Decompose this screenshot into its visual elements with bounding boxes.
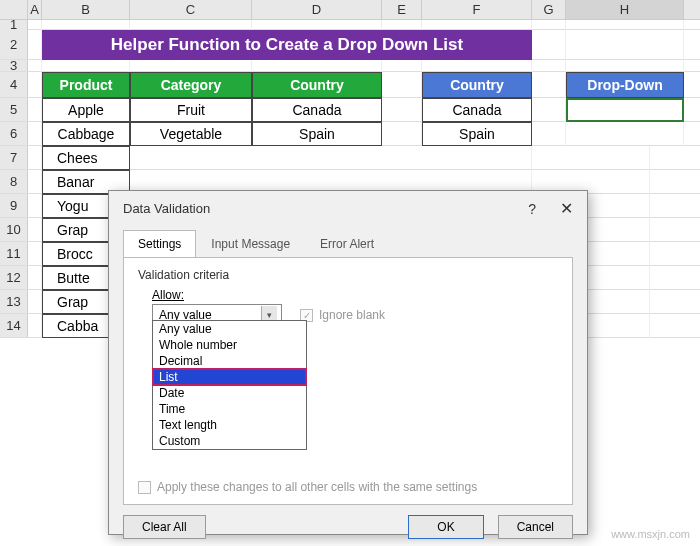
watermark: www.msxjn.com xyxy=(611,528,690,540)
row-header[interactable]: 4 xyxy=(0,72,28,97)
data-validation-dialog: Data Validation ? ✕ Settings Input Messa… xyxy=(108,190,588,535)
tab-settings[interactable]: Settings xyxy=(123,230,196,258)
header-country2: Country xyxy=(422,72,532,98)
tab-panel-settings: Validation criteria Allow: Any value ▾ ✓… xyxy=(123,257,573,505)
tab-error-alert[interactable]: Error Alert xyxy=(305,230,389,258)
header-country: Country xyxy=(252,72,382,98)
clear-all-button[interactable]: Clear All xyxy=(123,515,206,539)
row-3: 3 xyxy=(0,60,700,72)
row-header[interactable]: 2 xyxy=(0,30,28,59)
help-icon[interactable]: ? xyxy=(528,201,536,217)
option-text-length[interactable]: Text length xyxy=(153,417,306,433)
row-header[interactable]: 10 xyxy=(0,218,28,241)
apply-all-checkbox: Apply these changes to all other cells w… xyxy=(138,480,477,494)
row-header[interactable]: 12 xyxy=(0,266,28,289)
cell-C6[interactable]: Vegetable xyxy=(130,122,252,146)
row-header[interactable]: 9 xyxy=(0,194,28,217)
row-header[interactable]: 1 xyxy=(0,20,28,30)
row-1: 1 xyxy=(0,20,700,30)
row-header[interactable]: 5 xyxy=(0,98,28,121)
page-title: Helper Function to Create a Drop Down Li… xyxy=(42,30,532,60)
cell-B5[interactable]: Apple xyxy=(42,98,130,122)
option-decimal[interactable]: Decimal xyxy=(153,353,306,369)
cell-C5[interactable]: Fruit xyxy=(130,98,252,122)
col-header-E[interactable]: E xyxy=(382,0,422,19)
col-header-F[interactable]: F xyxy=(422,0,532,19)
option-time[interactable]: Time xyxy=(153,401,306,417)
dialog-titlebar[interactable]: Data Validation ? ✕ xyxy=(109,191,587,226)
row-7: 7 Chees xyxy=(0,146,700,170)
validation-criteria-label: Validation criteria xyxy=(138,268,558,282)
column-headers: A B C D E F G H xyxy=(0,0,700,20)
col-header-B[interactable]: B xyxy=(42,0,130,19)
dialog-title: Data Validation xyxy=(123,201,210,216)
row-header[interactable]: 11 xyxy=(0,242,28,265)
cancel-button[interactable]: Cancel xyxy=(498,515,573,539)
option-whole-number[interactable]: Whole number xyxy=(153,337,306,353)
row-header[interactable]: 13 xyxy=(0,290,28,313)
ok-button[interactable]: OK xyxy=(408,515,483,539)
cell-F6[interactable]: Spain xyxy=(422,122,532,146)
header-product: Product xyxy=(42,72,130,98)
allow-label: Allow: xyxy=(152,288,558,302)
row-6: 6 Cabbage Vegetable Spain Spain xyxy=(0,122,700,146)
ignore-blank-label: Ignore blank xyxy=(319,308,385,322)
cell-B6[interactable]: Cabbage xyxy=(42,122,130,146)
option-date[interactable]: Date xyxy=(153,385,306,401)
row-4: 4 Product Category Country Country Drop-… xyxy=(0,72,700,98)
cell-B7[interactable]: Chees xyxy=(42,146,130,170)
apply-all-label: Apply these changes to all other cells w… xyxy=(157,480,477,494)
row-5: 5 Apple Fruit Canada Canada xyxy=(0,98,700,122)
cell-F5[interactable]: Canada xyxy=(422,98,532,122)
header-dropdown: Drop-Down xyxy=(566,72,684,98)
header-category: Category xyxy=(130,72,252,98)
row-header[interactable]: 14 xyxy=(0,314,28,337)
option-any-value[interactable]: Any value xyxy=(153,321,306,337)
option-custom[interactable]: Custom xyxy=(153,433,306,449)
checkbox-icon xyxy=(138,481,151,494)
col-header-D[interactable]: D xyxy=(252,0,382,19)
cell-H5-selected[interactable] xyxy=(566,98,684,122)
row-header[interactable]: 8 xyxy=(0,170,28,193)
col-header-H[interactable]: H xyxy=(566,0,684,19)
row-header[interactable]: 3 xyxy=(0,60,28,71)
close-icon[interactable]: ✕ xyxy=(560,199,573,218)
dialog-tabs: Settings Input Message Error Alert xyxy=(123,230,573,258)
ignore-blank-checkbox: ✓ Ignore blank xyxy=(300,308,385,322)
cell-D5[interactable]: Canada xyxy=(252,98,382,122)
row-header[interactable]: 7 xyxy=(0,146,28,169)
row-2: 2 Helper Function to Create a Drop Down … xyxy=(0,30,700,60)
col-header-G[interactable]: G xyxy=(532,0,566,19)
col-header-A[interactable]: A xyxy=(28,0,42,19)
row-header[interactable]: 6 xyxy=(0,122,28,145)
col-header-C[interactable]: C xyxy=(130,0,252,19)
allow-options-list: Any value Whole number Decimal List Date… xyxy=(152,320,307,450)
tab-input-message[interactable]: Input Message xyxy=(196,230,305,258)
option-list[interactable]: List xyxy=(153,369,306,385)
cell-D6[interactable]: Spain xyxy=(252,122,382,146)
